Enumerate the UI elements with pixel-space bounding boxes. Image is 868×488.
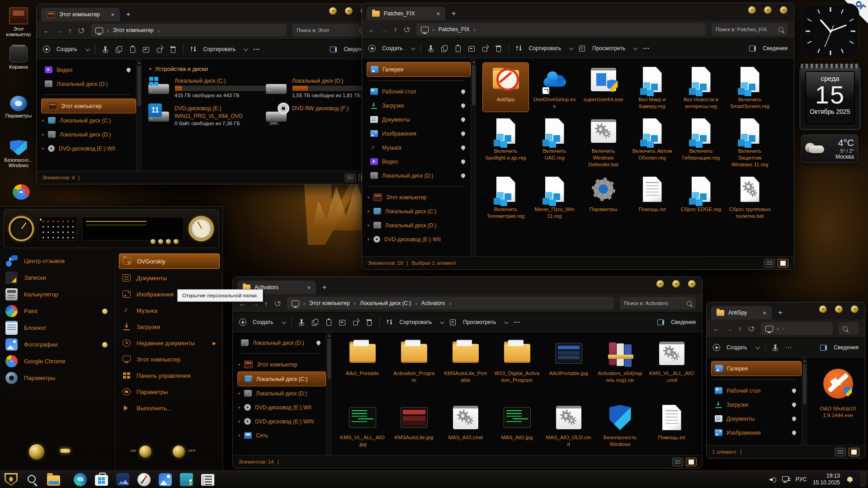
- new-icon[interactable]: [239, 319, 246, 326]
- close-button[interactable]: [688, 280, 696, 288]
- icons-view-button[interactable]: [686, 458, 697, 466]
- rename-icon[interactable]: [339, 319, 346, 326]
- more-icon[interactable]: [253, 46, 260, 53]
- copy-icon[interactable]: [311, 319, 319, 326]
- start-button-lamborghini-icon[interactable]: [5, 473, 18, 486]
- tray-clock[interactable]: 19:13 15.10.2025: [813, 473, 840, 486]
- file-item[interactable]: Сброс EDGE.reg: [678, 173, 724, 221]
- refresh-icon[interactable]: [748, 325, 755, 332]
- file-item[interactable]: Activators_x64(пароль ovg).rar: [596, 337, 644, 398]
- create-button[interactable]: Создать: [253, 319, 274, 325]
- cut-icon[interactable]: [427, 45, 434, 52]
- file-item[interactable]: Включить Автом Обновл.reg: [629, 114, 675, 170]
- sidebar-item-dvd-дисковод-e-win[interactable]: DVD-дисковод (E:) WIN: [237, 414, 326, 428]
- copy-icon[interactable]: [441, 45, 448, 52]
- new-icon[interactable]: [43, 46, 50, 53]
- sidebar-item-сеть[interactable]: Сеть: [237, 428, 326, 442]
- file-item[interactable]: Включить UAC.reg: [532, 114, 577, 170]
- breadcrumb-item[interactable]: ·: [783, 325, 785, 332]
- tab-this-pc[interactable]: Этот компьютер ×: [41, 8, 120, 21]
- sidebar-scrollbar[interactable]: [326, 332, 332, 455]
- file-item[interactable]: Вкл Новости и интересы.reg: [678, 63, 724, 112]
- calendar-widget[interactable]: среда 15 Октябрь 2025: [799, 66, 861, 130]
- file-item[interactable]: Activation_Program: [390, 337, 438, 398]
- minimize-button[interactable]: [329, 7, 337, 15]
- sidebar-item-локальный-диск-d-[interactable]: Локальный диск (D:): [237, 386, 326, 400]
- new-icon[interactable]: [368, 45, 376, 52]
- sidebar-scrollbar[interactable]: [802, 357, 807, 445]
- desktop-icon-recycle-bin[interactable]: Корзина: [2, 46, 35, 70]
- icons-view-button[interactable]: [849, 448, 859, 456]
- tab-close-icon[interactable]: ×: [301, 284, 311, 291]
- show-desktop-strip[interactable]: [861, 472, 865, 487]
- up-icon[interactable]: ↑: [264, 300, 268, 307]
- paste-icon[interactable]: [129, 46, 136, 53]
- cut-icon[interactable]: [772, 344, 779, 351]
- sidebar-item-локальный-диск-d-[interactable]: Локальный диск (D:): [41, 77, 136, 91]
- file-item[interactable]: Включить Защитник Windows 11.reg: [727, 114, 773, 170]
- start-menu-item-панель-управления[interactable]: Панель управления: [119, 367, 220, 384]
- file-item[interactable]: AntiSpy: [483, 63, 528, 112]
- sidebar-item-изображения[interactable]: Изображения: [367, 127, 471, 141]
- sidebar-item-локальный-диск-d-[interactable]: Локальный диск (D:): [237, 336, 326, 350]
- photos-legacy-icon[interactable]: [116, 473, 129, 486]
- sidebar-item-dvd-дисковод-e-wii[interactable]: DVD-дисковод (E:) WII: [367, 232, 471, 246]
- refresh-icon[interactable]: [78, 27, 85, 34]
- player-buttons[interactable]: [151, 239, 179, 244]
- file-item[interactable]: Включить Гибернация.reg: [678, 114, 724, 170]
- tab-antispy[interactable]: AntiSpy ×: [711, 306, 772, 319]
- sidebar-item-видео[interactable]: Видео: [367, 155, 471, 169]
- drive-item[interactable]: Локальный диск (D:)1,55 ТБ свободно из 1…: [266, 78, 375, 98]
- breadcrumb[interactable]: › Patches_FIX ›: [416, 23, 706, 36]
- start-menu-item-недавние-документы[interactable]: Недавние документы▶: [119, 335, 220, 351]
- file-item[interactable]: MAS_AIO.cmd: [441, 401, 490, 455]
- view-icon[interactable]: [579, 45, 586, 52]
- forward-icon[interactable]: →: [381, 26, 388, 33]
- breadcrumb[interactable]: › ·: [761, 322, 833, 335]
- maximize-button[interactable]: [672, 280, 680, 288]
- sidebar-item-видео[interactable]: Видео: [41, 63, 136, 77]
- tab-patches-fix[interactable]: Patches_FIX ×: [367, 7, 445, 20]
- taskbar-search-icon[interactable]: [26, 473, 39, 486]
- file-item[interactable]: Помощь.txt: [629, 173, 675, 221]
- start-menu-item-музыка[interactable]: Музыка: [119, 302, 220, 319]
- back-icon[interactable]: ←: [713, 325, 720, 333]
- view-icon[interactable]: [449, 319, 457, 326]
- sidebar-item-dvd-дисковод-e-wii[interactable]: DVD-дисковод (E:) WII: [41, 141, 136, 155]
- new-tab-button[interactable]: +: [452, 9, 456, 18]
- sidebar-item-документы[interactable]: Документы: [711, 412, 802, 426]
- section-header[interactable]: Устройства и диски: [149, 66, 372, 72]
- details-icon[interactable]: [820, 344, 827, 351]
- details-icon[interactable]: [330, 46, 337, 53]
- maximize-button[interactable]: [764, 6, 772, 14]
- file-item[interactable]: Меню_Пуск_Win 11.reg: [532, 173, 577, 221]
- language-indicator[interactable]: РУС: [796, 476, 807, 483]
- details-icon[interactable]: [657, 319, 665, 326]
- network-icon[interactable]: [782, 476, 790, 483]
- details-button[interactable]: Сведения: [763, 45, 788, 52]
- up-icon[interactable]: ↑: [394, 26, 397, 33]
- sort-icon[interactable]: [515, 45, 523, 52]
- start-menu-item-выполнить-[interactable]: Выполнить...: [119, 400, 220, 416]
- desktop-icon-settings[interactable]: Параметры: [2, 96, 35, 118]
- list-view-button[interactable]: [764, 259, 775, 267]
- sidebar-item-этот-компьютер[interactable]: Этот компьютер: [367, 190, 471, 204]
- sidebar-item-галерея[interactable]: Галерея: [711, 361, 802, 376]
- search-input[interactable]: Поиск в: Patches_FIX: [712, 23, 788, 36]
- forward-icon[interactable]: →: [726, 325, 732, 333]
- power-button[interactable]: [29, 444, 44, 460]
- toggle-knob-1[interactable]: [139, 446, 151, 458]
- file-item[interactable]: Безопасность Windows: [596, 401, 644, 455]
- delete-icon[interactable]: [495, 45, 502, 52]
- share-icon[interactable]: [156, 46, 163, 53]
- file-item[interactable]: AAct_Portable: [338, 337, 387, 398]
- file-item[interactable]: Включить Spotlight и др.reg: [483, 114, 528, 170]
- refresh-icon[interactable]: [274, 300, 281, 307]
- edge-icon[interactable]: [74, 473, 87, 486]
- weather-widget[interactable]: 4°C 5° / 2° Москва: [801, 135, 858, 163]
- file-item[interactable]: MAS_AIO_OLD.cmd: [544, 401, 593, 455]
- list-view-button[interactable]: [835, 448, 846, 456]
- minimize-button[interactable]: [656, 280, 664, 288]
- photos-icon[interactable]: [159, 473, 172, 486]
- file-item[interactable]: KMS_VL_ALL_AIO.jpg: [338, 401, 387, 455]
